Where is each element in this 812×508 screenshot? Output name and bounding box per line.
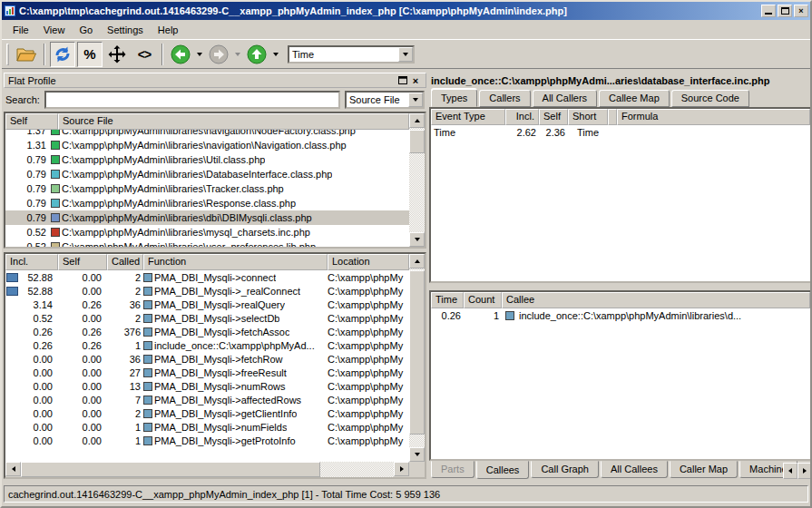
toolbar-handle[interactable] bbox=[6, 44, 9, 65]
function-row[interactable]: 0.520.002PMA_DBI_Mysqli->selectDbC:\xamp… bbox=[5, 311, 409, 325]
tab-callees[interactable]: Callees bbox=[476, 461, 530, 479]
callee-row[interactable]: 0.26 1 include_once::C:\xampp\phpMyAdmin… bbox=[431, 308, 810, 323]
forward-dropdown-arrow[interactable] bbox=[235, 53, 240, 59]
scroll-down-button[interactable] bbox=[409, 232, 425, 247]
back-dropdown-arrow[interactable] bbox=[197, 53, 202, 59]
function-row[interactable]: 0.000.0013PMA_DBI_Mysqli->numRowsC:\xamp… bbox=[5, 379, 409, 393]
column-header-self[interactable]: Self bbox=[539, 109, 568, 125]
close-dock-button[interactable]: × bbox=[409, 74, 422, 86]
function-row[interactable]: 0.000.002PMA_DBI_Mysqli->getClientInfoC:… bbox=[5, 406, 409, 420]
vertical-scrollbar[interactable] bbox=[409, 254, 425, 462]
float-dock-button[interactable] bbox=[396, 74, 409, 86]
tab-source-code[interactable]: Source Code bbox=[671, 90, 749, 107]
function-row[interactable]: 0.000.0036PMA_DBI_Mysqli->fetchRowC:\xam… bbox=[5, 352, 409, 366]
source-file-row[interactable]: 0.79C:\xampp\phpMyAdmin\libraries\Util.c… bbox=[5, 152, 409, 167]
column-header-self[interactable]: Self bbox=[58, 254, 107, 270]
menu-file[interactable]: File bbox=[5, 23, 36, 37]
column-header-called[interactable]: Called bbox=[107, 254, 143, 270]
menu-go[interactable]: Go bbox=[72, 23, 100, 37]
relative-percent-button[interactable]: % bbox=[77, 42, 103, 67]
column-header-time[interactable]: Time bbox=[431, 292, 464, 308]
tab-callee-map[interactable]: Callee Map bbox=[599, 90, 670, 107]
arrow-left-icon bbox=[9, 466, 15, 472]
scroll-left-button[interactable] bbox=[5, 462, 21, 476]
function-row[interactable]: 0.000.001PMA_DBI_Mysqli->getProtoInfoC:\… bbox=[5, 434, 409, 447]
column-header-source-file[interactable]: Source File bbox=[58, 113, 409, 130]
search-input[interactable] bbox=[44, 91, 340, 109]
function-row[interactable]: 0.260.261include_once::C:\xampp\phpMyAd.… bbox=[5, 338, 409, 352]
up-dropdown-arrow[interactable] bbox=[273, 53, 279, 59]
tab-types[interactable]: Types bbox=[431, 89, 477, 107]
source-file-row[interactable]: 0.79C:\xampp\phpMyAdmin\libraries\Databa… bbox=[5, 167, 409, 181]
menu-settings[interactable]: Settings bbox=[100, 23, 151, 37]
function-row[interactable]: 3.140.2636PMA_DBI_Mysqli->realQueryC:\xa… bbox=[5, 298, 409, 311]
vertical-scrollbar[interactable] bbox=[409, 113, 425, 247]
scrollbar-track[interactable] bbox=[409, 128, 425, 232]
tab-all-callees[interactable]: All Callees bbox=[601, 461, 668, 478]
column-header-event-type[interactable]: Event Type bbox=[431, 109, 505, 125]
horizontal-scrollbar[interactable] bbox=[5, 462, 409, 477]
source-file-row[interactable]: 0.79C:\xampp\phpMyAdmin\libraries\dbi\DB… bbox=[5, 210, 409, 225]
toolbar: % <> bbox=[2, 40, 810, 69]
scrollbar-thumb[interactable] bbox=[409, 130, 425, 153]
source-file-row[interactable]: 1.31C:\xampp\phpMyAdmin\libraries\naviga… bbox=[5, 138, 409, 152]
column-header-incl[interactable]: Incl. bbox=[505, 109, 539, 125]
function-row[interactable]: 0.000.0027PMA_DBI_Mysqli->freeResultC:\x… bbox=[5, 366, 409, 379]
column-header-short[interactable]: Short bbox=[568, 109, 608, 125]
column-header-location[interactable]: Location bbox=[328, 254, 409, 270]
tab-all-callers[interactable]: All Callers bbox=[533, 90, 598, 107]
function-row[interactable]: 52.880.002PMA_DBI_Mysqli->_realConnectC:… bbox=[5, 284, 409, 298]
close-button[interactable]: × bbox=[794, 5, 808, 17]
event-type-combo[interactable]: Time bbox=[288, 45, 415, 64]
tab-callers[interactable]: Callers bbox=[479, 90, 530, 107]
dock-layout-button[interactable] bbox=[104, 42, 130, 67]
minimize-button[interactable] bbox=[761, 5, 776, 17]
scroll-up-button[interactable] bbox=[409, 113, 425, 128]
open-file-button[interactable] bbox=[14, 42, 39, 67]
scrollbar-thumb[interactable] bbox=[409, 270, 425, 435]
column-header-spacer[interactable] bbox=[608, 109, 617, 125]
source-file-row[interactable]: 1.37C:\xampp\phpMyAdmin\libraries\naviga… bbox=[5, 130, 409, 138]
back-button[interactable] bbox=[168, 42, 193, 67]
function-row[interactable]: 0.260.26376PMA_DBI_Mysqli->fetchAssocC:\… bbox=[5, 325, 409, 338]
source-file-row[interactable]: 0.79C:\xampp\phpMyAdmin\libraries\Respon… bbox=[5, 196, 409, 210]
column-header-incl[interactable]: Incl. bbox=[5, 254, 58, 270]
tab-scroll-right-button[interactable] bbox=[797, 463, 812, 479]
column-header-count[interactable]: Count bbox=[464, 292, 502, 308]
tab-parts[interactable]: Parts bbox=[431, 461, 474, 478]
column-header-formula[interactable]: Formula bbox=[617, 109, 810, 125]
tab-scroll-left-button[interactable] bbox=[783, 463, 797, 479]
cycle-detection-button[interactable] bbox=[50, 42, 75, 67]
source-file-row[interactable]: 0.79C:\xampp\phpMyAdmin\libraries\Tracke… bbox=[5, 181, 409, 196]
scroll-up-button[interactable] bbox=[409, 254, 425, 269]
event-type-row[interactable]: Time 2.62 2.36 Time bbox=[431, 125, 810, 140]
function-row[interactable]: 0.000.001PMA_DBI_Mysqli->numFieldsC:\xam… bbox=[5, 420, 409, 434]
scrollbar-track[interactable] bbox=[409, 269, 425, 447]
up-button[interactable] bbox=[244, 42, 269, 67]
called-count: 2 bbox=[107, 313, 143, 324]
tab-caller-map[interactable]: Caller Map bbox=[670, 461, 738, 478]
scroll-right-button[interactable] bbox=[394, 462, 409, 476]
column-header-callee[interactable]: Callee bbox=[502, 292, 810, 308]
function-row[interactable]: 52.880.002PMA_DBI_Mysqli->connectC:\xamp… bbox=[5, 270, 409, 284]
title-bar[interactable]: C:\xampp\tmp\cachegrind.out.1416463299-C… bbox=[2, 2, 810, 20]
dock-title-bar[interactable]: Flat Profile × bbox=[4, 73, 426, 88]
function-row[interactable]: 0.000.007PMA_DBI_Mysqli->affectedRowsC:\… bbox=[5, 393, 409, 406]
menu-help[interactable]: Help bbox=[151, 23, 186, 37]
combo-dropdown-button[interactable] bbox=[408, 93, 423, 107]
maximize-button[interactable] bbox=[778, 5, 792, 17]
source-file-row[interactable]: 0.52C:\xampp\phpMyAdmin\libraries\mysql_… bbox=[5, 225, 409, 239]
menu-view[interactable]: View bbox=[36, 23, 73, 37]
group-by-combo[interactable]: Source File bbox=[345, 91, 425, 109]
column-header-self[interactable]: Self bbox=[5, 113, 58, 130]
tab-call-graph[interactable]: Call Graph bbox=[531, 461, 599, 478]
column-header-function[interactable]: Function bbox=[143, 254, 328, 270]
forward-button[interactable] bbox=[206, 42, 231, 67]
self-cost: 0.79 bbox=[5, 183, 51, 194]
source-file-row[interactable]: 0.52C:\xampp\phpMyAdmin\libraries\user_p… bbox=[5, 239, 409, 247]
scrollbar-thumb[interactable] bbox=[21, 462, 320, 477]
combo-dropdown-button[interactable] bbox=[398, 47, 413, 62]
scrollbar-track[interactable] bbox=[21, 462, 394, 477]
expand-shrink-button[interactable]: <> bbox=[132, 42, 157, 67]
scroll-down-button[interactable] bbox=[409, 447, 425, 462]
